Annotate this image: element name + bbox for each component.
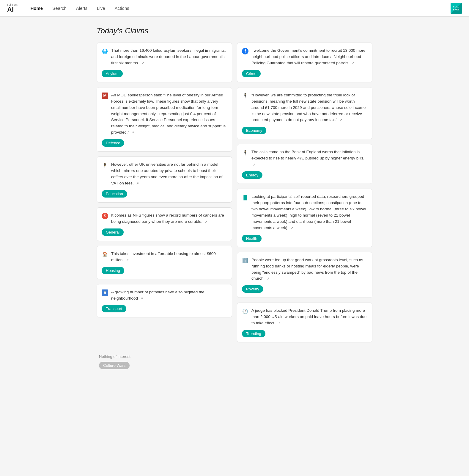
claim-text-health: Looking at participants' self-reported d… xyxy=(251,194,367,231)
main-nav: Home Search Alerts Live Actions xyxy=(27,3,451,13)
claim-content-health: ▐▌ Looking at participants' self-reporte… xyxy=(242,194,367,231)
claim-content-poverty: ℹ️ People were fed up that good work at … xyxy=(242,257,367,282)
claim-text-defence: An MOD spokesperson said: "The level of … xyxy=(111,92,227,136)
external-link-general[interactable]: ↗ xyxy=(205,219,207,224)
claim-card-transport: 📋 A growing number of potholes have also… xyxy=(97,284,232,318)
nav-search[interactable]: Search xyxy=(49,3,70,13)
external-link-housing[interactable]: ↗ xyxy=(126,258,129,263)
claim-icon-figure: 🕴 xyxy=(242,149,248,156)
nothing-section: Nothing of interest. Culture Wars xyxy=(97,354,372,369)
claim-icon-figure: 🕴 xyxy=(102,162,108,168)
claim-text-asylum: That more than 16,400 failed asylum seek… xyxy=(111,48,227,66)
tag-general[interactable]: General xyxy=(102,228,124,236)
external-link-crime[interactable]: ↗ xyxy=(352,61,354,66)
claim-card-crime: f I welcome the Government's commitment … xyxy=(237,43,372,82)
claim-icon-m: M xyxy=(102,93,108,99)
culture-wars-tag[interactable]: Culture Wars xyxy=(99,362,130,369)
claim-icon-figure: 🕴 xyxy=(242,93,248,99)
tag-education[interactable]: Education xyxy=(102,190,127,198)
main-content: Today's Claims 🌐 That more than 16,400 f… xyxy=(92,17,377,387)
logo-area: Full Fact AI xyxy=(7,4,18,13)
claim-card-general: S It comes as NHS figures show a record … xyxy=(97,207,232,241)
claim-content-trending: 🕐 A judge has blocked President Donald T… xyxy=(242,308,367,326)
nav-live[interactable]: Live xyxy=(93,3,109,13)
claim-icon-clock: 🕐 xyxy=(242,308,248,314)
external-link-defence[interactable]: ↗ xyxy=(131,130,134,135)
claim-content-defence: M An MOD spokesperson said: "The level o… xyxy=(102,92,227,136)
external-link-energy[interactable]: ↗ xyxy=(253,162,255,167)
site-header: Full Fact AI Home Search Alerts Live Act… xyxy=(0,0,469,17)
tag-asylum[interactable]: Asylum xyxy=(102,70,123,77)
claim-card-asylum: 🌐 That more than 16,400 failed asylum se… xyxy=(97,43,232,82)
claim-content-energy: 🕴 The calls come as the Bank of England … xyxy=(242,149,367,168)
claim-content-general: S It comes as NHS figures show a record … xyxy=(102,212,227,225)
claim-card-health: ▐▌ Looking at participants' self-reporte… xyxy=(237,189,372,247)
claim-content-asylum: 🌐 That more than 16,400 failed asylum se… xyxy=(102,48,227,66)
tag-poverty[interactable]: Poverty xyxy=(242,285,263,293)
external-link-transport[interactable]: ↗ xyxy=(140,296,143,301)
claims-grid: 🌐 That more than 16,400 failed asylum se… xyxy=(97,43,372,342)
claim-icon-info: ℹ️ xyxy=(242,257,248,264)
claim-icon-facebook: f xyxy=(242,48,248,54)
claim-icon-globe: 🌐 xyxy=(102,48,108,54)
claim-icon-road: 📋 xyxy=(102,289,108,296)
nothing-label: Nothing of interest. xyxy=(99,354,372,359)
claim-text-poverty: People were fed up that good work at gra… xyxy=(251,257,367,282)
external-link-poverty[interactable]: ↗ xyxy=(267,276,270,281)
external-link-health[interactable]: ↗ xyxy=(291,226,293,231)
nav-actions[interactable]: Actions xyxy=(111,3,133,13)
claim-icon-s: S xyxy=(102,213,108,219)
claim-content-housing: 🏠 This takes investment in affordable ho… xyxy=(102,251,227,263)
claim-content-transport: 📋 A growing number of potholes have also… xyxy=(102,289,227,302)
claim-text-housing: This takes investment in affordable hous… xyxy=(111,251,227,263)
claim-icon-house: 🏠 xyxy=(102,251,108,258)
claim-text-general: It comes as NHS figures show a record nu… xyxy=(111,212,227,225)
claim-card-economy: 🕴 "However, we are committed to protecti… xyxy=(237,87,372,140)
claim-content-education: 🕴 However, other UK universities are not… xyxy=(102,162,227,187)
tag-housing[interactable]: Housing xyxy=(102,267,124,274)
tag-transport[interactable]: Transport xyxy=(102,305,126,312)
page-title: Today's Claims xyxy=(97,26,372,35)
claim-text-energy: The calls come as the Bank of England wa… xyxy=(251,149,367,168)
full-fact-badge: FULL FACT xyxy=(451,3,462,14)
claim-card-energy: 🕴 The calls come as the Bank of England … xyxy=(237,144,372,184)
external-link-education[interactable]: ↗ xyxy=(136,181,139,186)
claim-text-trending: A judge has blocked President Donald Tru… xyxy=(251,308,367,326)
claim-content-crime: f I welcome the Government's commitment … xyxy=(242,48,367,66)
external-link-asylum[interactable]: ↗ xyxy=(141,61,144,66)
claim-text-education: However, other UK universities are not f… xyxy=(111,162,227,187)
claim-text-transport: A growing number of potholes have also b… xyxy=(111,289,227,302)
logo-ai-text: AI xyxy=(7,6,18,13)
claim-card-education: 🕴 However, other UK universities are not… xyxy=(97,156,232,203)
tag-defence[interactable]: Defence xyxy=(102,139,124,147)
claim-text-economy: "However, we are committed to protecting… xyxy=(251,92,367,123)
tag-crime[interactable]: Crime xyxy=(242,70,261,77)
claim-icon-bar: ▐▌ xyxy=(242,194,248,201)
tag-economy[interactable]: Economy xyxy=(242,127,266,134)
external-link-economy[interactable]: ↗ xyxy=(339,118,342,123)
external-link-trending[interactable]: ↗ xyxy=(278,321,281,326)
claim-card-trending: 🕐 A judge has blocked President Donald T… xyxy=(237,303,372,342)
claim-card-housing: 🏠 This takes investment in affordable ho… xyxy=(97,246,232,279)
claim-card-poverty: ℹ️ People were fed up that good work at … xyxy=(237,252,372,298)
tag-energy[interactable]: Energy xyxy=(242,171,262,179)
claim-text-crime: I welcome the Government's commitment to… xyxy=(251,48,367,66)
claim-card-defence: M An MOD spokesperson said: "The level o… xyxy=(97,87,232,152)
tag-health[interactable]: Health xyxy=(242,235,262,242)
nav-alerts[interactable]: Alerts xyxy=(73,3,91,13)
nav-home[interactable]: Home xyxy=(27,3,47,13)
tag-trending[interactable]: Trending xyxy=(242,330,265,337)
claim-content-economy: 🕴 "However, we are committed to protecti… xyxy=(242,92,367,123)
